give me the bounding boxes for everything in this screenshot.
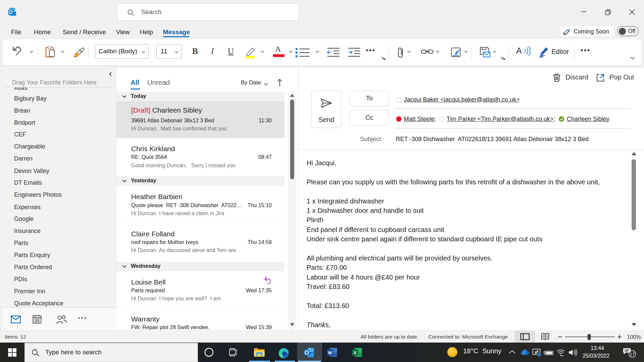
svg-text:X: X: [354, 350, 357, 355]
svg-text:W: W: [328, 350, 332, 355]
svg-text:17: 17: [630, 352, 635, 357]
